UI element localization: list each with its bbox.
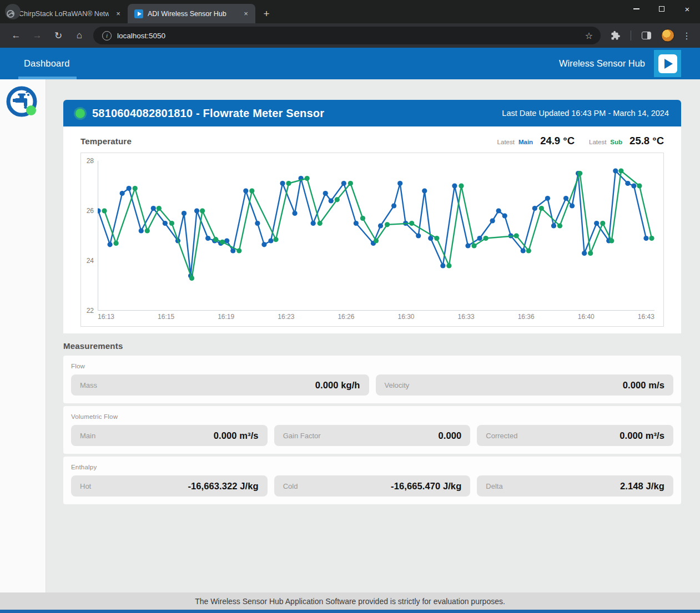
back-button[interactable]: ← xyxy=(8,27,24,44)
tab-adi-wireless-sensor-hub[interactable]: ADI Wireless Sensor Hub × xyxy=(128,4,255,23)
measurement-cold: Cold -16,665.470 J/kg xyxy=(274,475,471,497)
measurement-name: Cold xyxy=(283,482,391,490)
measurements-section: Measurements Flow Mass 0.000 kg/h Veloci… xyxy=(63,341,681,504)
group-label: Volumetric Flow xyxy=(71,413,673,420)
close-window-button[interactable]: × xyxy=(674,0,700,18)
maximize-icon xyxy=(659,6,664,12)
x-tick-label: 16:33 xyxy=(458,313,475,323)
y-axis-labels: 28262422 xyxy=(81,161,98,311)
measurement-name: Delta xyxy=(486,482,620,490)
latest-sub-readout: Latest Sub 25.8 °C xyxy=(589,135,664,147)
adi-play-logo-icon xyxy=(134,9,143,18)
x-tick-label: 16:19 xyxy=(218,313,234,323)
flowrate-sensor-logo-icon[interactable] xyxy=(6,84,40,121)
side-panel-button[interactable] xyxy=(638,27,654,44)
measurement-name: Velocity xyxy=(385,381,623,389)
measurement-value: 0.000 xyxy=(439,430,462,441)
latest-main-value: 24.9 °C xyxy=(540,135,575,147)
y-tick-label: 26 xyxy=(87,207,94,215)
app-name-label: Wireless Sensor Hub xyxy=(559,58,645,69)
measurement-velocity: Velocity 0.000 m/s xyxy=(376,374,674,396)
measurement-name: Mass xyxy=(80,381,315,389)
enthalpy-group-card: Enthalpy Hot -16,663.322 J/kg Cold -16,6… xyxy=(63,457,681,504)
tab-close-icon[interactable]: × xyxy=(113,9,123,19)
profile-avatar[interactable] xyxy=(661,29,674,42)
adi-logo-button[interactable] xyxy=(654,50,681,77)
measurement-volumetric-main: Main 0.000 m³/s xyxy=(71,425,268,446)
minimize-button[interactable] xyxy=(623,0,649,18)
temperature-section-title: Temperature xyxy=(80,136,483,146)
flow-group-card: Flow Mass 0.000 kg/h Velocity 0.000 m/s xyxy=(63,356,681,403)
measurement-name: Main xyxy=(80,432,214,440)
sidebar xyxy=(0,79,46,592)
latest-label: Latest xyxy=(497,139,515,145)
measurements-section-title: Measurements xyxy=(63,341,681,351)
device-card: 5810604082801810 - Flowrate Meter Sensor… xyxy=(63,100,681,504)
sub-series-label: Sub xyxy=(610,139,622,145)
footer-disclaimer-text: The Wireless Sensor Hub Application Soft… xyxy=(195,597,505,606)
nav-item-dashboard[interactable]: Dashboard xyxy=(24,58,70,69)
side-panel-icon xyxy=(642,32,651,39)
group-label: Enthalpy xyxy=(71,464,673,470)
site-info-icon[interactable]: i xyxy=(102,31,112,40)
maximize-button[interactable] xyxy=(649,0,674,18)
x-tick-label: 16:26 xyxy=(338,313,354,323)
latest-sub-value: 25.8 °C xyxy=(630,135,664,147)
measurement-delta: Delta 2.148 J/kg xyxy=(477,475,673,497)
device-title: 5810604082801810 - Flowrate Meter Sensor xyxy=(92,107,502,120)
temperature-plot[interactable] xyxy=(98,161,654,311)
footer-accent-bar xyxy=(0,610,700,613)
online-status-dot xyxy=(75,109,85,118)
latest-main-readout: Latest Main 24.9 °C xyxy=(497,135,575,147)
footer: The Wireless Sensor Hub Application Soft… xyxy=(0,592,700,610)
volumetric-flow-group-card: Volumetric Flow Main 0.000 m³/s Gain Fac… xyxy=(63,406,681,454)
toolbar-divider xyxy=(631,31,631,40)
main-series-label: Main xyxy=(518,139,533,145)
temperature-chart: 28262422 16:1316:1516:1916:2316:2616:301… xyxy=(80,153,664,327)
temperature-section: Temperature Latest Main 24.9 °C Latest S… xyxy=(63,126,681,333)
latest-label: Latest xyxy=(589,139,606,145)
tab-close-icon[interactable]: × xyxy=(241,9,251,19)
address-bar[interactable]: i localhost:5050 ☆ xyxy=(93,27,601,44)
puzzle-icon xyxy=(611,31,621,40)
measurement-value: 2.148 J/kg xyxy=(620,481,664,492)
x-tick-label: 16:40 xyxy=(578,313,595,323)
tab-title: ADI Wireless Sensor Hub xyxy=(148,10,236,18)
window-controls: × xyxy=(623,0,700,18)
active-nav-indicator xyxy=(18,77,77,79)
browser-menu-button[interactable]: ⋮ xyxy=(679,31,694,41)
measurement-name: Gain Factor xyxy=(283,432,439,440)
new-tab-button[interactable]: + xyxy=(259,6,274,22)
reload-button[interactable]: ↻ xyxy=(50,27,67,44)
home-button[interactable]: ⌂ xyxy=(71,27,88,44)
forward-button[interactable]: → xyxy=(29,27,46,44)
device-card-header: 5810604082801810 - Flowrate Meter Sensor… xyxy=(63,100,681,126)
url-text[interactable]: localhost:5050 xyxy=(117,32,584,40)
x-axis-labels: 16:1316:1516:1916:2316:2616:3016:3316:36… xyxy=(98,313,654,323)
browser-toolbar: ← → ↻ ⌂ i localhost:5050 ☆ ⋮ xyxy=(0,23,700,48)
main-area: 5810604082801810 - Flowrate Meter Sensor… xyxy=(46,79,700,592)
tab-title: ChirpStack LoRaWAN® Networ xyxy=(19,10,109,18)
measurement-gain-factor: Gain Factor 0.000 xyxy=(274,425,471,446)
x-tick-label: 16:30 xyxy=(397,313,414,323)
x-tick-label: 16:36 xyxy=(518,313,535,323)
extensions-button[interactable] xyxy=(607,27,624,44)
measurement-value: 0.000 m/s xyxy=(623,380,664,391)
measurement-value: -16,663.322 J/kg xyxy=(188,481,258,492)
measurement-name: Hot xyxy=(80,482,188,490)
measurement-value: 0.000 m³/s xyxy=(214,430,259,441)
x-tick-label: 16:23 xyxy=(278,313,294,323)
minimize-icon xyxy=(633,8,639,9)
measurement-mass: Mass 0.000 kg/h xyxy=(71,374,369,396)
bookmark-star-icon[interactable]: ☆ xyxy=(584,31,594,41)
chirpstack-logo-icon xyxy=(7,10,14,18)
x-tick-label: 16:15 xyxy=(158,313,174,323)
measurement-corrected: Corrected 0.000 m³/s xyxy=(477,425,673,446)
measurement-value: 0.000 m³/s xyxy=(620,430,664,441)
measurement-value: 0.000 kg/h xyxy=(315,380,360,391)
measurement-value: -16,665.470 J/kg xyxy=(391,481,461,492)
x-tick-label: 16:13 xyxy=(98,313,114,323)
y-tick-label: 24 xyxy=(87,257,94,265)
y-tick-label: 22 xyxy=(87,307,94,315)
adi-logo-icon xyxy=(658,54,677,73)
